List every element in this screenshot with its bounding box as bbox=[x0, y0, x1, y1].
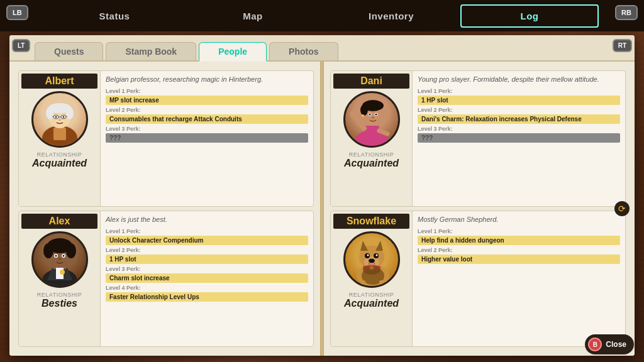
snowflake-relationship-value: Acquainted bbox=[344, 298, 399, 309]
snowflake-relationship: Relationship Acquainted bbox=[344, 292, 399, 309]
albert-perk-1: Level 1 Perk: MP slot increase bbox=[106, 88, 308, 105]
character-card-snowflake: Snowflake bbox=[330, 211, 626, 347]
svg-point-18 bbox=[60, 270, 65, 275]
scroll-indicator: ⟳ bbox=[614, 201, 630, 216]
svg-point-52 bbox=[367, 254, 369, 256]
book-content: Albert bbox=[9, 62, 635, 356]
svg-point-27 bbox=[58, 258, 61, 260]
alex-relationship-value: Besties bbox=[37, 298, 82, 309]
snowflake-portrait-area: Snowflake bbox=[331, 211, 413, 346]
alex-relationship: Relationship Besties bbox=[37, 292, 82, 309]
alex-perk-3: Level 3 Perk: Charm slot increase bbox=[106, 266, 308, 283]
albert-avatar bbox=[31, 91, 88, 148]
svg-point-5 bbox=[66, 107, 74, 119]
dani-illustration bbox=[347, 93, 397, 146]
character-card-dani: Dani bbox=[330, 70, 626, 207]
svg-rect-44 bbox=[360, 280, 365, 287]
svg-point-4 bbox=[46, 107, 53, 119]
lb-button[interactable]: LB bbox=[6, 5, 28, 20]
left-page: Albert bbox=[14, 67, 318, 351]
dani-avatar bbox=[343, 91, 400, 148]
snowflake-avatar bbox=[343, 231, 400, 288]
albert-perk-2: Level 2 Perk: Consumables that recharge … bbox=[106, 107, 308, 124]
albert-relationship: Relationship Acquainted bbox=[32, 151, 87, 169]
svg-point-22 bbox=[66, 243, 76, 258]
alex-avatar bbox=[31, 231, 88, 288]
svg-point-54 bbox=[369, 258, 375, 263]
nav-map[interactable]: Map bbox=[184, 6, 322, 26]
snowflake-perk-1: Level 1 Perk: Help find a hidden dungeon bbox=[418, 228, 620, 245]
svg-line-30 bbox=[353, 115, 364, 128]
svg-line-32 bbox=[379, 131, 387, 134]
alex-perk-2: Level 2 Perk: 1 HP slot bbox=[106, 247, 308, 264]
albert-perk-3: Level 3 Perk: ??? bbox=[106, 126, 308, 143]
svg-point-10 bbox=[62, 116, 64, 118]
nav-log[interactable]: Log bbox=[460, 4, 599, 28]
albert-portrait-area: Albert bbox=[19, 71, 101, 206]
right-page: Dani bbox=[323, 67, 630, 351]
svg-point-9 bbox=[55, 116, 57, 118]
svg-point-31 bbox=[350, 111, 356, 117]
albert-name: Albert bbox=[21, 74, 97, 89]
dani-description: Young pro slayer. Formidable, despite th… bbox=[418, 75, 620, 84]
rt-button[interactable]: RT bbox=[613, 39, 632, 52]
alex-portrait-area: Alex bbox=[19, 211, 101, 346]
dani-info: Young pro slayer. Formidable, despite th… bbox=[413, 71, 625, 206]
svg-point-25 bbox=[55, 255, 57, 256]
dani-name: Dani bbox=[333, 74, 409, 89]
character-card-albert: Albert bbox=[18, 70, 314, 207]
snowflake-perk-2: Level 2 Perk: Higher value loot bbox=[418, 247, 620, 264]
svg-point-58 bbox=[363, 265, 380, 275]
dani-relationship-value: Acquainted bbox=[344, 158, 399, 169]
alex-perk-1: Level 1 Perk: Unlock Character Compendiu… bbox=[106, 228, 308, 245]
tab-stampbook[interactable]: Stamp Book bbox=[106, 42, 196, 60]
lt-button[interactable]: LT bbox=[12, 39, 30, 52]
albert-illustration bbox=[35, 93, 85, 146]
tab-quests[interactable]: Quests bbox=[35, 42, 103, 60]
svg-point-53 bbox=[375, 254, 377, 256]
dani-relationship: Relationship Acquainted bbox=[344, 151, 399, 169]
tab-photos[interactable]: Photos bbox=[269, 42, 338, 60]
svg-rect-1 bbox=[53, 128, 66, 140]
book: LT Quests Stamp Book People Photos RT Al… bbox=[9, 35, 635, 356]
nav-status[interactable]: Status bbox=[45, 6, 184, 26]
close-button[interactable]: B Close bbox=[585, 334, 634, 354]
svg-point-35 bbox=[360, 104, 368, 116]
dani-perk-1: Level 1 Perk: 1 HP slot bbox=[418, 88, 620, 105]
svg-point-39 bbox=[375, 113, 377, 115]
svg-point-13 bbox=[58, 119, 61, 121]
albert-relationship-value: Acquainted bbox=[32, 158, 87, 169]
character-card-alex: Alex bbox=[18, 211, 314, 347]
dani-portrait-area: Dani bbox=[331, 71, 413, 206]
alex-perk-4: Level 4 Perk: Faster Relationship Level … bbox=[106, 285, 308, 302]
alex-name: Alex bbox=[21, 214, 97, 229]
svg-marker-48 bbox=[360, 241, 368, 251]
svg-point-40 bbox=[372, 116, 374, 118]
b-button-icon: B bbox=[588, 337, 602, 351]
snowflake-description: Mostly German Shepherd. bbox=[418, 215, 620, 224]
book-tabs: LT Quests Stamp Book People Photos RT bbox=[9, 35, 635, 62]
svg-point-41 bbox=[362, 114, 364, 117]
snowflake-illustration bbox=[347, 233, 397, 287]
svg-point-21 bbox=[43, 243, 53, 258]
svg-marker-49 bbox=[375, 241, 383, 251]
albert-description: Belgian professor, researching magic in … bbox=[106, 75, 308, 84]
tab-people[interactable]: People bbox=[199, 42, 267, 62]
alex-info: Alex is just the best. Level 1 Perk: Unl… bbox=[101, 211, 313, 346]
dani-perk-2: Level 2 Perk: Dani's Charm: Relaxation i… bbox=[418, 107, 620, 124]
rb-button[interactable]: RB bbox=[615, 5, 638, 20]
alex-description: Alex is just the best. bbox=[106, 215, 308, 224]
svg-point-26 bbox=[62, 255, 64, 256]
albert-info: Belgian professor, researching magic in … bbox=[101, 71, 313, 206]
close-label: Close bbox=[606, 340, 626, 349]
nav-inventory[interactable]: Inventory bbox=[322, 6, 460, 26]
snowflake-info: Mostly German Shepherd. Level 1 Perk: He… bbox=[413, 211, 625, 346]
alex-illustration bbox=[35, 233, 85, 287]
snowflake-name: Snowflake bbox=[333, 214, 409, 229]
svg-rect-45 bbox=[379, 280, 384, 287]
dani-perk-3: Level 3 Perk: ??? bbox=[418, 126, 620, 143]
top-navigation: LB Status Map Inventory Log RB bbox=[0, 0, 644, 31]
svg-point-38 bbox=[369, 113, 370, 115]
